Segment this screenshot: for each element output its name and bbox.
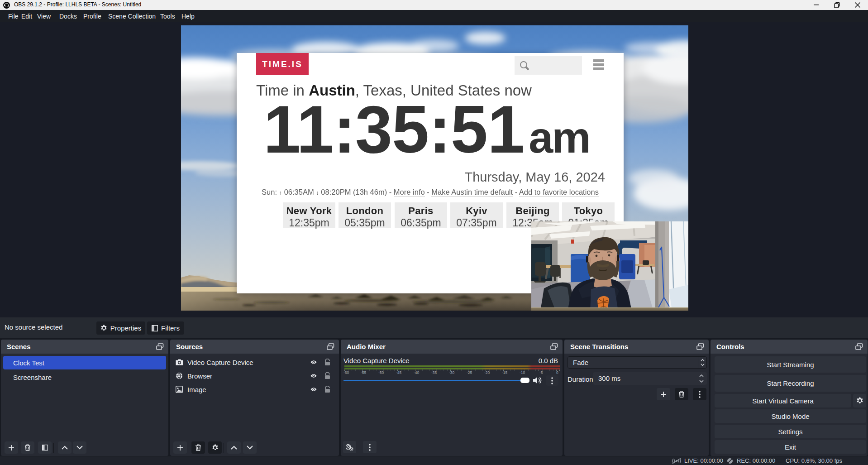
svg-text:-25: -25 (467, 370, 472, 375)
svg-text:-50: -50 (378, 370, 384, 375)
svg-text:-35: -35 (431, 370, 437, 375)
svg-text:-45: -45 (396, 370, 402, 375)
svg-text:-60: -60 (343, 370, 349, 375)
svg-text:-15: -15 (502, 370, 508, 375)
svg-text:0: 0 (556, 370, 558, 375)
svg-text:-30: -30 (449, 370, 455, 375)
svg-text:-55: -55 (361, 370, 367, 375)
svg-text:-10: -10 (520, 370, 525, 375)
svg-text:-40: -40 (414, 370, 420, 375)
svg-text:-5: -5 (539, 370, 543, 375)
svg-text:-20: -20 (484, 370, 490, 375)
